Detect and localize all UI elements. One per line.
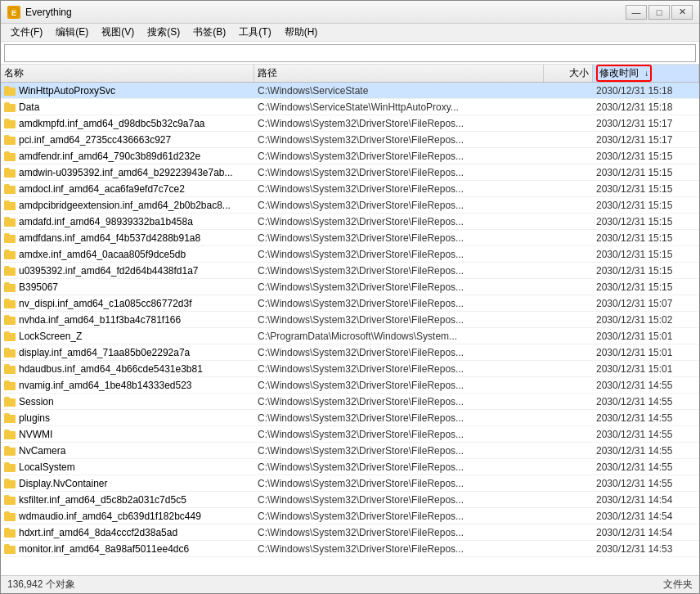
- cell-name: amdkmpfd.inf_amd64_d98dbc5b32c9a7aa: [1, 115, 254, 131]
- table-header: 名称 路径 大小 修改时间 ↓: [1, 65, 699, 83]
- cell-name: wdmaudio.inf_amd64_cb639d1f182bc449: [1, 508, 254, 524]
- cell-modified: 2030/12/31 14:55: [593, 475, 699, 491]
- cell-path: C:\Windows\System32\DriverStore\FileRepo…: [254, 426, 544, 442]
- cell-modified: 2030/12/31 15:07: [593, 295, 699, 311]
- table-row[interactable]: display.inf_amd64_71aa85b0e2292a7a C:\Wi…: [1, 344, 699, 361]
- table-row[interactable]: amdwin-u0395392.inf_amd64_b29223943e7ab.…: [1, 164, 699, 181]
- title-bar: E Everything — □ ✕: [1, 1, 699, 24]
- cell-modified: 2030/12/31 15:15: [593, 197, 699, 213]
- table-row[interactable]: ksfilter.inf_amd64_d5c8b2a031c7d5c5 C:\W…: [1, 492, 699, 508]
- cell-name: B395067: [1, 279, 254, 295]
- cell-name: monitor.inf_amd64_8a98af5011ee4dc6: [1, 541, 254, 556]
- table-row[interactable]: nvhda.inf_amd64_b11f3ba4c781f166 C:\Wind…: [1, 312, 699, 328]
- folder-icon: [4, 528, 16, 538]
- table-row[interactable]: B395067 C:\Windows\System32\DriverStore\…: [1, 279, 699, 295]
- maximize-button[interactable]: □: [648, 5, 670, 20]
- folder-icon: [4, 479, 16, 488]
- table-row[interactable]: LocalSystem C:\Windows\System32\DriverSt…: [1, 459, 699, 475]
- table-row[interactable]: amdkmpfd.inf_amd64_d98dbc5b32c9a7aa C:\W…: [1, 115, 699, 132]
- table-row[interactable]: amdfendr.inf_amd64_790c3b89d61d232e C:\W…: [1, 148, 699, 164]
- col-header-path[interactable]: 路径: [254, 65, 544, 82]
- col-header-size[interactable]: 大小: [544, 65, 593, 82]
- menu-tools[interactable]: 工具(T): [232, 24, 277, 41]
- cell-modified: 2030/12/31 15:15: [593, 181, 699, 196]
- menu-view[interactable]: 视图(V): [95, 24, 141, 41]
- table-row[interactable]: wdmaudio.inf_amd64_cb639d1f182bc449 C:\W…: [1, 508, 699, 524]
- folder-icon: [4, 462, 16, 472]
- folder-icon: [4, 315, 16, 325]
- cell-size: [544, 263, 593, 278]
- table-row[interactable]: NVWMI C:\Windows\System32\DriverStore\Fi…: [1, 426, 699, 443]
- table-row[interactable]: amdpcibridgeextension.inf_amd64_2b0b2bac…: [1, 197, 699, 214]
- cell-modified: 2030/12/31 15:17: [593, 115, 699, 131]
- menu-bookmark[interactable]: 书签(B): [186, 24, 232, 41]
- table-row[interactable]: Session C:\Windows\System32\DriverStore\…: [1, 394, 699, 410]
- folder-icon: [4, 217, 16, 227]
- col-header-name[interactable]: 名称: [1, 65, 254, 82]
- table-row[interactable]: amdocl.inf_amd64_aca6fa9efd7c7ce2 C:\Win…: [1, 181, 699, 197]
- folder-icon: [4, 495, 16, 505]
- cell-path: C:\Windows\System32\DriverStore\FileRepo…: [254, 377, 544, 393]
- cell-path: C:\Windows\System32\DriverStore\FileRepo…: [254, 295, 544, 311]
- cell-path: C:\Windows\System32\DriverStore\FileRepo…: [254, 312, 544, 327]
- cell-name: amdxe.inf_amd64_0acaa805f9dce5db: [1, 246, 254, 262]
- table-row[interactable]: amdfdans.inf_amd64_f4b537d4288b91a8 C:\W…: [1, 230, 699, 246]
- cell-modified: 2030/12/31 15:01: [593, 344, 699, 360]
- cell-path: C:\Windows\System32\DriverStore\FileRepo…: [254, 230, 544, 245]
- cell-path: C:\Windows\System32\DriverStore\FileRepo…: [254, 279, 544, 295]
- cell-size: [544, 99, 593, 115]
- menu-help[interactable]: 帮助(H): [278, 24, 325, 41]
- cell-path: C:\Windows\System32\DriverStore\FileRepo…: [254, 459, 544, 475]
- status-bar: 136,942 个对象 文件夹: [1, 575, 699, 593]
- folder-icon: [4, 102, 16, 112]
- folder-icon: [4, 86, 16, 96]
- table-row[interactable]: amdafd.inf_amd64_98939332ba1b458a C:\Win…: [1, 214, 699, 230]
- cell-modified: 2030/12/31 15:15: [593, 230, 699, 245]
- cell-size: [544, 426, 593, 442]
- close-button[interactable]: ✕: [671, 5, 693, 20]
- table-row[interactable]: u0395392.inf_amd64_fd2d64b4438fd1a7 C:\W…: [1, 263, 699, 279]
- table-row[interactable]: Display.NvContainer C:\Windows\System32\…: [1, 475, 699, 492]
- table-row[interactable]: plugins C:\Windows\System32\DriverStore\…: [1, 410, 699, 426]
- folder-icon: [4, 250, 16, 259]
- cell-size: [544, 230, 593, 245]
- cell-name: LockScreen_Z: [1, 328, 254, 344]
- cell-size: [544, 508, 593, 524]
- cell-size: [544, 328, 593, 344]
- cell-modified: 2030/12/31 14:55: [593, 459, 699, 475]
- cell-path: C:\Windows\System32\DriverStore\FileRepo…: [254, 148, 544, 164]
- cell-name: Session: [1, 394, 254, 409]
- cell-modified: 2030/12/31 15:15: [593, 246, 699, 262]
- search-bar: [1, 42, 699, 65]
- table-row[interactable]: amdxe.inf_amd64_0acaa805f9dce5db C:\Wind…: [1, 246, 699, 263]
- table-row[interactable]: LockScreen_Z C:\ProgramData\Microsoft\Wi…: [1, 328, 699, 344]
- folder-icon: [4, 331, 16, 341]
- menu-search[interactable]: 搜索(S): [141, 24, 186, 41]
- cell-path: C:\Windows\System32\DriverStore\FileRepo…: [254, 410, 544, 425]
- table-row[interactable]: NvCamera C:\Windows\System32\DriverStore…: [1, 443, 699, 459]
- item-count: 136,942 个对象: [7, 578, 75, 592]
- svg-text:E: E: [11, 9, 16, 17]
- table-row[interactable]: hdaudbus.inf_amd64_4b66cde5431e3b81 C:\W…: [1, 361, 699, 377]
- cell-path: C:\Windows\System32\DriverStore\FileRepo…: [254, 115, 544, 131]
- table-row[interactable]: WinHttpAutoProxySvc C:\Windows\ServiceSt…: [1, 83, 699, 99]
- minimize-button[interactable]: —: [626, 5, 647, 20]
- table-row[interactable]: Data C:\Windows\ServiceState\WinHttpAuto…: [1, 99, 699, 115]
- cell-modified: 2030/12/31 15:15: [593, 279, 699, 295]
- cell-modified: 2030/12/31 15:18: [593, 99, 699, 115]
- table-row[interactable]: nv_dispi.inf_amd64_c1a085cc86772d3f C:\W…: [1, 295, 699, 312]
- cell-path: C:\Windows\System32\DriverStore\FileRepo…: [254, 214, 544, 229]
- cell-size: [544, 115, 593, 131]
- table-row[interactable]: nvamig.inf_amd64_1be48b14333ed523 C:\Win…: [1, 377, 699, 394]
- cell-modified: 2030/12/31 14:54: [593, 492, 699, 507]
- cell-path: C:\Windows\ServiceState\WinHttpAutoProxy…: [254, 99, 544, 115]
- menu-edit[interactable]: 编辑(E): [49, 24, 95, 41]
- table-row[interactable]: monitor.inf_amd64_8a98af5011ee4dc6 C:\Wi…: [1, 541, 699, 557]
- menu-file[interactable]: 文件(F): [4, 24, 49, 41]
- col-header-modified[interactable]: 修改时间 ↓: [593, 65, 699, 82]
- table-row[interactable]: pci.inf_amd64_2735cc436663c927 C:\Window…: [1, 132, 699, 148]
- app-icon: E: [7, 6, 20, 19]
- table-row[interactable]: hdxrt.inf_amd64_8da4cccf2d38a5ad C:\Wind…: [1, 524, 699, 541]
- search-input[interactable]: [4, 44, 696, 62]
- cell-name: nvamig.inf_amd64_1be48b14333ed523: [1, 377, 254, 393]
